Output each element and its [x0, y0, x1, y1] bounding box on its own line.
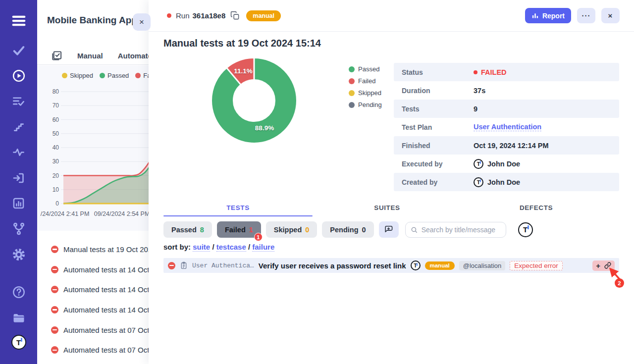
run-type-tabbar: Manual Automated	[37, 47, 149, 65]
passed-dot-icon	[349, 66, 355, 72]
skipped-dot-icon	[349, 90, 355, 96]
tab-manual[interactable]: Manual	[77, 52, 103, 60]
legend-passed[interactable]: Passed	[349, 65, 382, 73]
projects-folder-icon[interactable]	[0, 311, 37, 325]
error-badge[interactable]: Expected error	[510, 261, 563, 270]
project-panel: Mobile Banking App Manual Automated Skip…	[37, 0, 149, 364]
sort-by-suite[interactable]: suite	[193, 243, 210, 252]
copy-icon[interactable]	[230, 11, 240, 20]
profile-logo-icon[interactable]: T	[0, 335, 37, 350]
detail-row-executed-by: Executed by TJohn Doe	[394, 155, 619, 173]
legend-skipped[interactable]: Skipped	[349, 89, 382, 97]
filter-failed-button[interactable]: Failed11	[217, 221, 261, 238]
avatar: T	[11, 335, 26, 350]
menu-icon[interactable]	[0, 13, 37, 28]
close-run-button[interactable]: ×	[601, 8, 620, 23]
sort-by-failure[interactable]: failure	[252, 243, 274, 252]
run-list-item[interactable]: Automated tests at 14 Oct 2024	[37, 300, 149, 320]
test-tag[interactable]: @localisation	[459, 261, 506, 270]
select-runs-icon[interactable]	[51, 50, 62, 61]
results-tabbar: TESTS SUITES DEFECTS	[163, 200, 611, 216]
report-button[interactable]: Report	[525, 8, 571, 23]
analytics-icon[interactable]	[0, 197, 37, 210]
detail-row-duration: Duration 37s	[394, 81, 619, 100]
legend-passed[interactable]: Passed	[100, 72, 129, 79]
run-history-chart: Skipped Passed Failed /24/2024 2:41 PM 0…	[37, 65, 149, 231]
run-list-item[interactable]: Automated tests at 14 Oct 2024	[37, 279, 149, 300]
test-list-icon[interactable]	[0, 95, 37, 108]
avatar: T	[474, 177, 483, 187]
failed-status-icon	[168, 262, 175, 269]
pending-dot-icon	[349, 102, 355, 108]
x-tick-2: 09/24/2024 2:54 PM	[94, 210, 149, 217]
bar-chart-icon	[531, 12, 539, 19]
test-plan-link[interactable]: User Authentication	[474, 123, 541, 131]
svg-text:70: 70	[53, 102, 59, 109]
suite-name[interactable]: User Authentica…	[192, 262, 254, 269]
run-list-item[interactable]: Automated tests at 07 Oct 2024	[37, 320, 149, 340]
annotation-step-badge: 2	[615, 278, 624, 288]
filter-passed-button[interactable]: Passed8	[163, 221, 212, 238]
help-icon[interactable]	[0, 285, 37, 299]
run-list-item[interactable]: Manual tests at 19 Oct 2024	[37, 239, 149, 260]
run-type-badge: manual	[246, 10, 281, 21]
failed-status-icon	[51, 346, 58, 354]
failed-status-icon	[51, 246, 58, 253]
legend-skipped[interactable]: Skipped	[62, 72, 93, 79]
add-comment-button[interactable]	[379, 221, 399, 238]
app-sidebar: T	[0, 0, 37, 364]
filter-pending-button[interactable]: Pending0	[322, 221, 373, 238]
failed-status-icon	[51, 266, 58, 273]
run-list: Manual tests at 19 Oct 2024 Automated te…	[37, 239, 149, 360]
detail-row-finished: Finished Oct 19, 2024 12:14 PM	[394, 136, 619, 155]
failed-dot-icon	[349, 78, 355, 84]
check-icon[interactable]	[0, 44, 37, 57]
testcase-clipboard-icon	[180, 261, 188, 269]
panel-close-button[interactable]: ×	[133, 13, 151, 31]
message-plus-icon	[384, 225, 393, 234]
tab-tests[interactable]: TESTS	[163, 200, 313, 216]
tab-suites[interactable]: SUITES	[313, 200, 462, 216]
svg-text:0: 0	[55, 200, 59, 207]
run-list-item[interactable]: Automated tests at 14 Oct 2024	[37, 260, 149, 280]
run-label: Run	[176, 11, 190, 20]
failed-status-icon	[51, 326, 58, 334]
detail-row-tests: Tests 9	[394, 100, 619, 118]
avatar: T	[474, 159, 483, 169]
more-button[interactable]: ···	[577, 8, 595, 23]
sort-bar: sort by: suite / testcase / failure	[163, 243, 274, 251]
donut-legend: Passed Failed Skipped Pending	[349, 65, 382, 108]
donut-passed-label: 88.9%	[255, 124, 274, 132]
run-id: 361a18e8	[193, 11, 226, 20]
pulse-icon[interactable]	[0, 146, 37, 159]
play-circle-icon[interactable]	[0, 69, 37, 83]
donut-failed-label: 11.1%	[234, 67, 253, 75]
passed-dot-icon	[100, 73, 105, 78]
svg-text:50: 50	[53, 130, 59, 137]
search-box	[405, 222, 506, 238]
tab-defects[interactable]: DEFECTS	[462, 200, 611, 216]
branches-icon[interactable]	[0, 222, 37, 236]
failed-dot-icon	[135, 73, 141, 78]
test-type-badge: manual	[425, 261, 455, 270]
svg-text:80: 80	[53, 88, 59, 95]
search-input[interactable]	[422, 226, 501, 234]
sort-by-testcase[interactable]: testcase	[216, 243, 246, 252]
steps-icon[interactable]	[0, 120, 37, 133]
run-list-item[interactable]: Automated tests at 07 Oct 2024	[37, 340, 149, 360]
add-icon[interactable]: +	[596, 262, 600, 269]
detail-row-status: Status FAILED	[394, 63, 619, 81]
settings-gear-icon[interactable]	[0, 248, 37, 261]
test-title[interactable]: Verify user receives a password reset li…	[259, 261, 406, 270]
legend-pending[interactable]: Pending	[349, 101, 382, 108]
svg-text:30: 30	[53, 158, 59, 165]
assignee-avatar[interactable]: T	[518, 222, 533, 237]
sign-in-icon[interactable]	[0, 171, 37, 185]
filter-skipped-button[interactable]: Skipped0	[266, 221, 317, 238]
x-tick-1: /24/2024 2:41 PM	[41, 210, 90, 217]
test-result-row[interactable]: User Authentica… Verify user receives a …	[163, 258, 619, 273]
project-title: Mobile Banking App	[47, 15, 137, 26]
area-chart-legend: Skipped Passed Failed	[62, 72, 161, 79]
legend-failed[interactable]: Failed	[349, 77, 382, 85]
area-chart: /24/2024 2:41 PM 09/24/2024 2:54 PM 8070…	[37, 84, 149, 225]
